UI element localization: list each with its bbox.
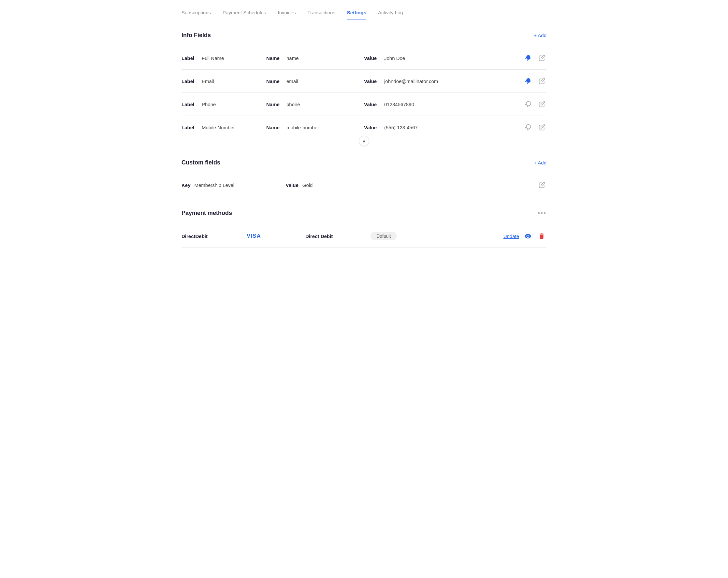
edit-button[interactable] xyxy=(537,123,546,132)
label-value: Phone xyxy=(202,102,216,107)
info-field-label-cell: Label Mobile Number xyxy=(182,125,266,130)
value-value: 01234567890 xyxy=(384,102,414,107)
info-fields-title: Info Fields xyxy=(182,32,211,39)
name-value: email xyxy=(286,79,298,84)
info-field-value-cell: Value johndoe@mailinator.com xyxy=(364,79,522,84)
tab-payment-schedules[interactable]: Payment Schedules xyxy=(223,10,266,20)
info-fields-add-button[interactable]: + Add xyxy=(534,33,546,38)
info-field-label-cell: Label Full Name xyxy=(182,55,266,61)
info-field-value-cell: Value (555) 123-4567 xyxy=(364,125,522,130)
label-key: Label xyxy=(182,79,198,84)
info-field-actions xyxy=(522,122,546,132)
cf-value-value: Gold xyxy=(303,182,537,188)
pm-name: DirectDebit xyxy=(182,233,240,239)
label-value: Email xyxy=(202,79,214,84)
pin-filled-icon[interactable] xyxy=(522,53,532,63)
info-field-actions xyxy=(522,76,546,86)
edit-button[interactable] xyxy=(537,77,546,86)
name-key: Name xyxy=(266,79,283,84)
collapse-button[interactable]: ∧ xyxy=(359,136,369,146)
pin-outline-icon[interactable] xyxy=(522,99,532,109)
custom-fields-header: Custom fields + Add xyxy=(182,159,546,166)
info-field-name-cell: Name name xyxy=(266,55,364,61)
payment-methods-rows: DirectDebit VISA Direct Debit Default Up… xyxy=(182,225,546,248)
value-key: Value xyxy=(364,125,380,130)
name-value: phone xyxy=(286,102,300,107)
cf-actions xyxy=(537,181,546,190)
cf-edit-button[interactable] xyxy=(537,181,546,190)
name-key: Name xyxy=(266,125,283,130)
nav-tabs: SubscriptionsPayment SchedulesInvoicesTr… xyxy=(182,10,546,20)
payment-methods-header: Payment methods ••• xyxy=(182,210,546,217)
payment-method-row: DirectDebit VISA Direct Debit Default Up… xyxy=(182,225,546,248)
payment-methods-title: Payment methods xyxy=(182,210,232,217)
info-fields-rows: Label Full Name Name name Value John Doe… xyxy=(182,47,546,139)
value-value: johndoe@mailinator.com xyxy=(384,79,438,84)
custom-field-row: Key Membership Level Value Gold xyxy=(182,174,546,196)
info-field-row: Label Phone Name phone Value 01234567890 xyxy=(182,93,546,116)
info-field-value-cell: Value 01234567890 xyxy=(364,102,522,107)
cf-key-value: Membership Level xyxy=(194,182,286,188)
info-field-name-cell: Name phone xyxy=(266,102,364,107)
pm-type: Direct Debit xyxy=(305,233,364,239)
edit-button[interactable] xyxy=(537,100,546,109)
info-field-value-cell: Value John Doe xyxy=(364,55,522,61)
info-field-label-cell: Label Email xyxy=(182,79,266,84)
name-value: name xyxy=(286,55,299,61)
pin-filled-icon[interactable] xyxy=(522,76,532,86)
pm-delete-button[interactable] xyxy=(537,231,546,241)
custom-fields-add-button[interactable]: + Add xyxy=(534,160,546,165)
tab-settings[interactable]: Settings xyxy=(347,10,366,20)
info-field-row: Label Full Name Name name Value John Doe xyxy=(182,47,546,70)
label-value: Mobile Number xyxy=(202,125,235,130)
info-fields-section: Info Fields + Add Label Full Name Name n… xyxy=(182,32,546,146)
payment-methods-more-icon[interactable]: ••• xyxy=(538,210,546,217)
info-field-row: Label Email Name email Value johndoe@mai… xyxy=(182,70,546,93)
info-field-actions xyxy=(522,99,546,109)
edit-button[interactable] xyxy=(537,53,546,62)
info-field-name-cell: Name mobile-number xyxy=(266,125,364,130)
pm-update-link[interactable]: Update xyxy=(503,233,519,239)
custom-fields-rows: Key Membership Level Value Gold xyxy=(182,174,546,196)
name-key: Name xyxy=(266,55,283,61)
cf-value-label: Value xyxy=(286,182,298,188)
label-key: Label xyxy=(182,125,198,130)
cf-key-label: Key xyxy=(182,182,191,188)
name-key: Name xyxy=(266,102,283,107)
info-field-label-cell: Label Phone xyxy=(182,102,266,107)
tab-activity-log[interactable]: Activity Log xyxy=(378,10,403,20)
label-key: Label xyxy=(182,55,198,61)
pm-default-badge: Default xyxy=(370,232,397,240)
tab-subscriptions[interactable]: Subscriptions xyxy=(182,10,211,20)
pm-eye-button[interactable] xyxy=(523,231,533,241)
payment-methods-section: Payment methods ••• DirectDebit VISA Dir… xyxy=(182,210,546,248)
tab-transactions[interactable]: Transactions xyxy=(308,10,335,20)
info-field-actions xyxy=(522,53,546,63)
pm-brand: VISA xyxy=(247,233,299,239)
tab-invoices[interactable]: Invoices xyxy=(278,10,295,20)
label-key: Label xyxy=(182,102,198,107)
custom-fields-section: Custom fields + Add Key Membership Level… xyxy=(182,159,546,196)
name-value: mobile-number xyxy=(286,125,319,130)
pm-actions: Update xyxy=(503,231,546,241)
label-value: Full Name xyxy=(202,55,224,61)
info-field-name-cell: Name email xyxy=(266,79,364,84)
info-fields-header: Info Fields + Add xyxy=(182,32,546,39)
value-key: Value xyxy=(364,102,380,107)
value-key: Value xyxy=(364,79,380,84)
collapse-row: ∧ xyxy=(182,136,546,146)
value-value: John Doe xyxy=(384,55,405,61)
pin-outline-icon[interactable] xyxy=(522,122,532,132)
value-key: Value xyxy=(364,55,380,61)
custom-fields-title: Custom fields xyxy=(182,159,220,166)
value-value: (555) 123-4567 xyxy=(384,125,418,130)
